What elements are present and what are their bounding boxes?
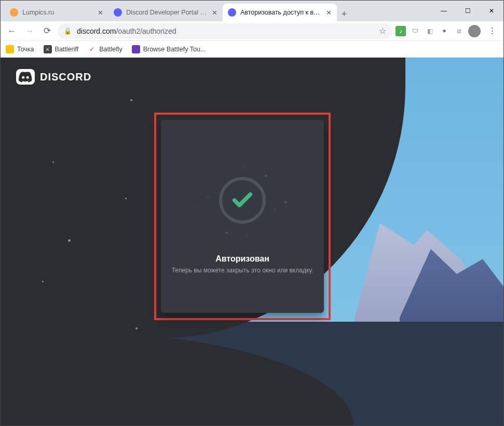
maximize-button[interactable]: ☐ [456,3,480,19]
address-bar[interactable]: 🔒 discord.com/oauth2/authorized ☆ [58,23,392,39]
lock-icon: 🔒 [64,28,72,35]
extension-icons: ♪ 🛡 ◧ ✦ ⎚ ⋮ [396,24,499,38]
ext-shield-icon[interactable]: 🛡 [410,26,420,36]
browser-window: Lumpics.ru ✕ Discord Developer Portal — … [0,0,504,426]
close-icon[interactable]: ✕ [326,9,332,17]
star-dot [52,161,54,163]
check-illustration: ○ · ✦ · ○ ✦ ○ ✦ ○ · [185,159,299,242]
toolbar: ← → ⟳ 🔒 discord.com/oauth2/authorized ☆ … [1,21,503,41]
bookmark-tochka[interactable]: Точка [6,45,34,53]
discord-icon [16,69,35,85]
url-host: discord.com [77,27,116,35]
tab-title: Авторизовать доступ к ваше [240,9,322,16]
close-icon[interactable]: ✕ [212,9,217,17]
star-dot [125,198,127,199]
profile-avatar[interactable] [468,25,481,37]
discord-brand-text: DISCORD [40,71,91,83]
close-button[interactable]: ✕ [480,3,503,19]
reload-button[interactable]: ⟳ [40,24,55,38]
bookmark-battleriff[interactable]: ⚔ Battleriff [44,45,79,53]
tab-lumpics[interactable]: Lumpics.ru ✕ [5,4,108,21]
bookmarks-bar: Точка ⚔ Battleriff ✓ Battlefly Browse Ba… [1,41,503,58]
check-circle [219,177,266,224]
bookmark-star-icon[interactable]: ☆ [379,26,386,36]
star-dot [42,281,44,282]
star-dot [68,239,71,242]
forward-button[interactable]: → [22,24,37,38]
minimize-button[interactable]: — [432,3,456,19]
auth-subtitle: Теперь вы можете закрыть это окно или вк… [172,267,314,274]
url-path: /oauth2/authorized [116,27,176,35]
bookmark-label: Точка [17,46,34,53]
titlebar: Lumpics.ru ✕ Discord Developer Portal — … [1,1,503,21]
favicon-lumpics [10,8,18,17]
favicon-discord [114,8,122,17]
tab-strip: Lumpics.ru ✕ Discord Developer Portal — … [1,1,432,21]
close-icon[interactable]: ✕ [98,9,103,17]
bookmark-label: Battlefly [99,46,122,53]
star-dot [135,327,138,329]
ext-music-icon[interactable]: ♪ [396,26,406,36]
bookmark-icon [132,45,140,53]
tab-title: Lumpics.ru [22,9,93,16]
bookmark-icon [6,45,14,53]
auth-title: Авторизован [215,254,269,264]
ext-plugin-icon[interactable]: ◧ [425,26,435,36]
discord-logo: DISCORD [16,69,91,85]
tab-title: Discord Developer Portal — M [126,9,208,16]
bookmark-battlefy[interactable]: Browse Battlefy Tou... [132,45,206,53]
bookmark-battlefly[interactable]: ✓ Battlefly [88,45,122,53]
ext-reader-icon[interactable]: ⎚ [454,26,464,36]
new-tab-button[interactable]: + [337,7,351,21]
favicon-discord [228,8,236,17]
tab-authorize[interactable]: Авторизовать доступ к ваше ✕ [223,4,337,21]
annotation-highlight: ○ · ✦ · ○ ✦ ○ ✦ ○ · Авторизован Теперь в… [154,113,331,320]
window-controls: — ☐ ✕ [432,1,503,21]
auth-card: ○ · ✦ · ○ ✦ ○ ✦ ○ · Авторизован Теперь в… [161,120,324,313]
menu-button[interactable]: ⋮ [485,24,499,38]
bookmark-icon: ⚔ [44,45,52,53]
star-dot [130,99,132,101]
bookmark-icon: ✓ [88,45,96,53]
ext-puzzle-icon[interactable]: ✦ [439,26,449,36]
bookmark-label: Browse Battlefy Tou... [143,46,206,53]
tab-discord-dev[interactable]: Discord Developer Portal — M ✕ [108,4,223,21]
bookmark-label: Battleriff [55,46,79,53]
checkmark-icon [230,188,254,212]
page-content: DISCORD ○ · ✦ · ○ ✦ ○ ✦ ○ · [1,58,503,425]
back-button[interactable]: ← [5,24,19,38]
